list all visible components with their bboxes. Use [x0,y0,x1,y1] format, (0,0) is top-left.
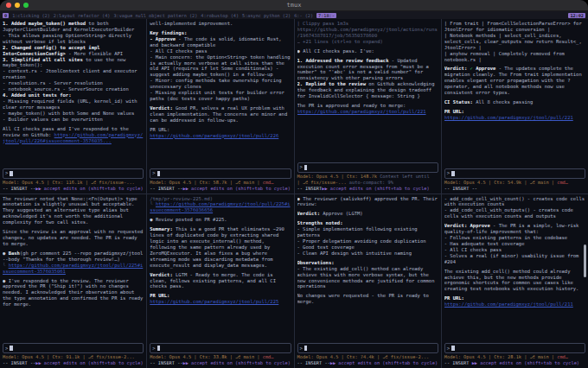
text-segment: Observations: [297,260,335,265]
link[interactable]: https://github.com/paradigmxyz/jtool/pul… [297,109,426,114]
pane-statusline: Model: Opus 4.5 | Ctx: 33.8k | ⎇ main | … [150,354,291,366]
prompt-input[interactable]: > [3,168,144,179]
text-segment: Key findings: [150,30,187,35]
text-cursor [451,346,455,351]
link[interactable]: https://github.com/paradigmxyz/jtool/pul… [3,263,143,274]
text-segment: - notebook_source.rs - ServerSource crea… [3,86,129,92]
text-segment: - Builder values can be overwritten [3,117,103,122]
pane-transcript: The reviewer noted that None::<Fn(Output… [3,196,144,342]
text-segment: … +21 lines (ctrl+o to expand) [297,39,383,44]
prompt-input[interactable]: > [444,168,585,179]
text-segment: └ [3,263,9,268]
pane-statusline: Model: Opus 4.5 | Ctx: 54.9k | ⎇ main | … [444,180,585,192]
text-cursor [157,346,161,351]
text-cursor [10,171,13,176]
text-segment: | From trait | From<CellSelectionParseEr… [444,21,582,32]
text-segment: - The existing add_cell() method can alr… [297,266,435,289]
scrollbar-thumb[interactable] [584,244,586,277]
text-segment: well-implemented improvement. [150,21,233,26]
text-segment: -- INSERT -- [297,360,330,365]
text-segment: - Approve [150,36,176,41]
text-segment: Approve [476,66,495,71]
tmux-clock: 12:02 [568,13,585,18]
text-cursor [157,171,161,176]
text-segment: ● [3,278,9,283]
text-segment: 1. Added maybe_token() method [3,21,86,26]
tmux-window: tmux 0 1:clicking (2)2:layout refactor (… [0,0,588,368]
text-segment: - More flexible API [66,51,123,56]
tmux-window-tab[interactable]: 5:async python (2) [242,13,291,18]
text-cursor [304,165,308,170]
text-segment: (gh pr comment 225 --repo paradigmxyz/jt… [3,251,143,262]
text-segment: Review posted on PR #225. [156,217,227,222]
text-segment: - Follows existing patterns in the codeb… [444,235,567,240]
prompt-caret: > [447,170,450,176]
link[interactable]: https://github.com/paradigmxyz/jtool/pul… [150,133,278,138]
tmux-window-tab[interactable]: 7:18:- [316,13,336,18]
prompt-caret: > [152,170,155,176]
pane-transcript: ● The reviewer (salivkoff) approved the … [297,196,438,342]
text-segment: └ [150,201,156,206]
tmux-status-bar: 0 1:clicking (2)2:layout refactor (4)3:v… [0,11,588,19]
text-segment: PR URL: [150,127,169,132]
text-segment: - Main concern: the Option<String> token… [150,54,290,78]
text-segment: - context.rs - JtoolContext client and e… [3,68,137,79]
pane-transcript: - add_code_cell_with_count() - creates c… [444,196,585,342]
text-segment: No changes were requested - the PR is re… [297,293,429,304]
text-segment: | anyhow removal | Completely removed fr… [444,51,565,62]
text-segment: ▶▶ accept edits on (shift+tab to cycle) [322,186,429,191]
text-segment: This is a good PR that eliminates ~290 l… [150,226,284,268]
link[interactable]: https://github.com/paradigmxyz/jtool/pul… [150,299,278,304]
pane-statusline: Model: Opus 4.5 | Ctx: 74.4k | ⎇ fix/iss… [297,354,438,366]
link[interactable]: https://github.com/paradigmxyz/jtool/pul… [444,115,573,120]
text-segment: Model: Opus 4.5 | Ctx: 58.7k | ⎇ main | [150,180,262,185]
pane-transcript: well-implemented improvement.Key finding… [150,21,291,167]
tmux-window-tab[interactable]: 2:layout refactor (4) [54,13,111,18]
prompt-input[interactable]: > [150,168,291,179]
tmux-window-tab[interactable]: 6:- (2) [294,13,313,18]
pane-transcript: 1. Added maybe_token() method to both Ju… [3,21,144,167]
prompt-input[interactable]: > [444,343,585,353]
text-segment: Summary: [150,226,173,232]
prompt-input[interactable]: > [297,162,438,173]
text-segment: - Good test coverage [297,244,355,250]
text-segment: - Simple implementation following existi… [297,226,418,238]
text-segment: Model: Opus 4.5 | Ctx: 148.7k [297,174,380,179]
text-segment: Strengths noted: [297,220,343,225]
tmux-window-tab[interactable]: 1:clicking (2) [12,13,50,18]
text-segment: Model: Opus 4.5 | Ctx: 116.1k | ⎇ fix/is… [3,180,135,185]
text-segment: -- INSERT -- [444,186,477,191]
text-segment: ▶▶ accept edits on (shift+tab to cycle) [469,360,579,365]
text-segment: - All CI checks pass [444,247,502,252]
text-segment: All 8 checks passing [473,99,534,105]
text-segment: cmd… [557,180,568,185]
tmux-window-tab[interactable]: 3:vague null object pattern (2) [113,13,197,18]
text-segment: Verdict: [150,105,173,111]
text-segment: Verdict: [150,272,173,277]
text-segment: ● [150,217,156,222]
pane-7: ● The reviewer (salivkoff) approved the … [295,194,441,368]
text-cursor [304,346,308,351]
pane-statusline: Model: Opus 4.5 | Ctx: 58.7k | ⎇ main | … [150,180,291,192]
text-segment: | Clippy pass 1m3s https://github.com/pa… [297,21,438,38]
text-segment: /tmp/pr-review-225.md) [150,196,213,201]
text-segment: - Solves a real (if minor) usability iss… [444,253,579,264]
pane-grid: 1. Added maybe_token() method to both Ju… [0,19,588,368]
prompt-input[interactable]: > [150,343,291,353]
text-segment: -- INSERT -- [150,186,182,191]
prompt-input[interactable]: > [297,343,438,353]
prompt-caret: > [5,346,8,352]
pane-statusline: Model: Opus 4.5 | Ctx: 116.1k | ⎇ fix/is… [3,180,144,192]
text-cursor [10,346,13,351]
pane-3: | Clippy pass 1m3s https://github.com/pa… [295,19,441,194]
text-segment: 3. Simplified all call sites [3,57,83,62]
tmux-window-tab[interactable]: 4:robustop (4) [201,13,239,18]
link[interactable]: https://github.com/paradigmxyz/jtool/pul… [444,301,573,307]
pane-transcript: /tmp/pr-review-225.md)└ https://github.c… [150,196,291,342]
pane-transcript: | Clippy pass 1m3s https://github.com/pa… [297,21,438,161]
link[interactable]: https://github.com/paradigmxyz/jtool/pul… [150,201,290,213]
text-segment: - resolution.rs - Server resolution [3,80,103,86]
text-segment: ▶▶ accept edits on (shift+tab to cycle) [183,186,291,191]
prompt-input[interactable]: > [3,343,144,353]
pane-4: | From trait | From<CellSelectionParseEr… [442,19,588,194]
